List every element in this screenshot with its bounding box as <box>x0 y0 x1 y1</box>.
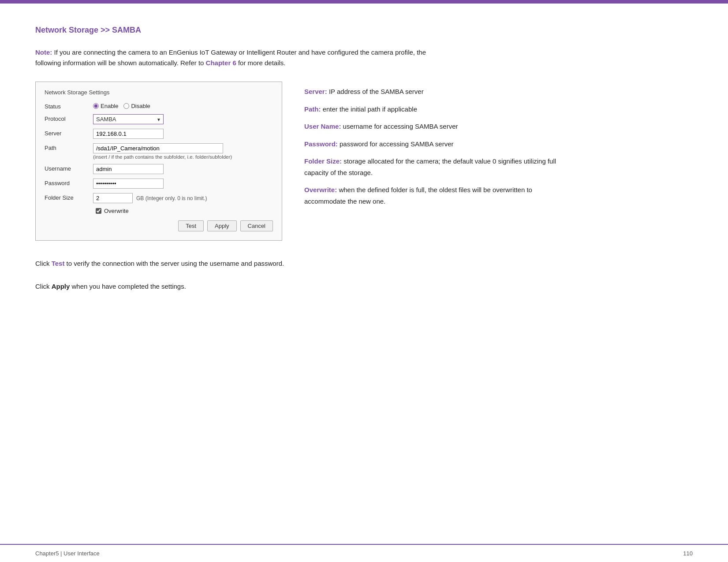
main-area: Network Storage Settings Status Enable D… <box>35 82 693 241</box>
desc-server: Server: IP address of the SAMBA server <box>304 86 569 97</box>
note-text-after: for more details. <box>236 59 286 67</box>
desc-password: Password: password for accessing SAMBA s… <box>304 138 569 150</box>
desc-password-text: password for accessing SAMBA server <box>340 140 453 148</box>
username-label: Username <box>45 164 93 172</box>
server-label: Server <box>45 129 93 137</box>
page-heading: Network Storage >> SAMBA <box>35 26 693 35</box>
protocol-select-wrapper: SAMBA FTP NFS ▼ <box>93 114 164 124</box>
desc-folder-size: Folder Size: storage allocated for the c… <box>304 156 569 178</box>
footer-left: Chapter5 | User Interface <box>35 550 100 557</box>
path-control: (insert / if the path contains the subfo… <box>93 143 273 160</box>
desc-path-label: Path: <box>304 105 321 113</box>
password-row: Password <box>45 179 273 189</box>
desc-folder-size-text: storage allocated for the camera; the de… <box>304 157 556 176</box>
path-hint: (insert / if the path contains the subfo… <box>93 154 273 160</box>
desc-path-text: enter the initial path if applicable <box>323 105 417 113</box>
path-input[interactable] <box>93 143 223 153</box>
password-control <box>93 179 273 189</box>
footer: Chapter5 | User Interface 110 <box>0 544 728 562</box>
click-apply-prefix: Click <box>35 283 52 290</box>
test-inline-link[interactable]: Test <box>52 260 65 267</box>
path-label: Path <box>45 143 93 151</box>
desc-server-label: Server: <box>304 88 327 95</box>
status-row: Status Enable Disable <box>45 102 273 110</box>
password-input[interactable] <box>93 179 164 189</box>
folder-size-hint: GB (Integer only. 0 is no limit.) <box>136 195 207 201</box>
cancel-button[interactable]: Cancel <box>240 220 273 231</box>
chapter6-link[interactable]: Chapter 6 <box>206 59 236 67</box>
status-enable-radio[interactable] <box>93 103 99 109</box>
desc-folder-size-label: Folder Size: <box>304 157 342 165</box>
click-test-paragraph: Click Test to verify the connection with… <box>35 258 693 269</box>
status-enable-text: Enable <box>101 103 118 109</box>
username-input[interactable] <box>93 164 164 174</box>
folder-size-label: Folder Size <box>45 193 93 201</box>
desc-overwrite-label: Overwrite: <box>304 186 337 194</box>
desc-overwrite-text: when the defined folder is full, the old… <box>304 186 532 205</box>
protocol-select[interactable]: SAMBA FTP NFS <box>93 114 164 124</box>
heading-highlight: SAMBA <box>112 26 141 34</box>
desc-username: User Name: username for accessing SAMBA … <box>304 121 569 132</box>
click-test-prefix: Click <box>35 260 52 267</box>
note-paragraph: Note: If you are connecting the camera t… <box>35 47 432 68</box>
click-test-suffix: to verify the connection with the server… <box>64 260 284 267</box>
folder-size-row: Folder Size GB (Integer only. 0 is no li… <box>45 193 273 203</box>
settings-box: Network Storage Settings Status Enable D… <box>35 82 282 241</box>
status-label: Status <box>45 102 93 110</box>
status-enable-label[interactable]: Enable <box>93 103 118 109</box>
apply-inline-bold: Apply <box>52 283 70 290</box>
click-apply-paragraph: Click Apply when you have completed the … <box>35 281 693 292</box>
desc-overwrite: Overwrite: when the defined folder is fu… <box>304 184 569 207</box>
password-label: Password <box>45 179 93 186</box>
username-row: Username <box>45 164 273 174</box>
overwrite-row: Overwrite <box>45 208 273 214</box>
top-bar <box>0 0 728 4</box>
protocol-label: Protocol <box>45 114 93 122</box>
protocol-control: SAMBA FTP NFS ▼ <box>93 114 273 124</box>
page-content: Network Storage >> SAMBA Note: If you ar… <box>0 4 728 339</box>
desc-server-text: IP address of the SAMBA server <box>329 88 424 95</box>
test-button[interactable]: Test <box>178 220 204 231</box>
settings-box-title: Network Storage Settings <box>45 89 273 96</box>
server-row: Server <box>45 129 273 139</box>
folder-size-control: GB (Integer only. 0 is no limit.) <box>93 193 273 203</box>
overwrite-checkbox[interactable] <box>96 208 101 214</box>
status-disable-label[interactable]: Disable <box>123 103 150 109</box>
desc-password-label: Password: <box>304 140 338 148</box>
desc-username-text: username for accessing SAMBA server <box>343 123 458 130</box>
desc-username-label: User Name: <box>304 123 341 130</box>
protocol-row: Protocol SAMBA FTP NFS ▼ <box>45 114 273 124</box>
status-disable-text: Disable <box>131 103 150 109</box>
status-control: Enable Disable <box>93 102 273 109</box>
desc-path: Path: enter the initial path if applicab… <box>304 104 569 115</box>
descriptions: Server: IP address of the SAMBA server P… <box>304 82 569 241</box>
button-row: Test Apply Cancel <box>45 220 273 231</box>
server-input[interactable] <box>93 129 164 139</box>
click-apply-suffix: when you have completed the settings. <box>70 283 186 290</box>
username-control <box>93 164 273 174</box>
overwrite-label: Overwrite <box>104 208 129 214</box>
footer-right: 110 <box>683 550 693 557</box>
server-control <box>93 129 273 139</box>
note-label: Note: <box>35 48 52 56</box>
path-row: Path (insert / if the path contains the … <box>45 143 273 160</box>
status-disable-radio[interactable] <box>123 103 129 109</box>
folder-size-input[interactable] <box>93 193 133 203</box>
heading-prefix: Network Storage >> <box>35 26 112 34</box>
apply-button[interactable]: Apply <box>207 220 237 231</box>
